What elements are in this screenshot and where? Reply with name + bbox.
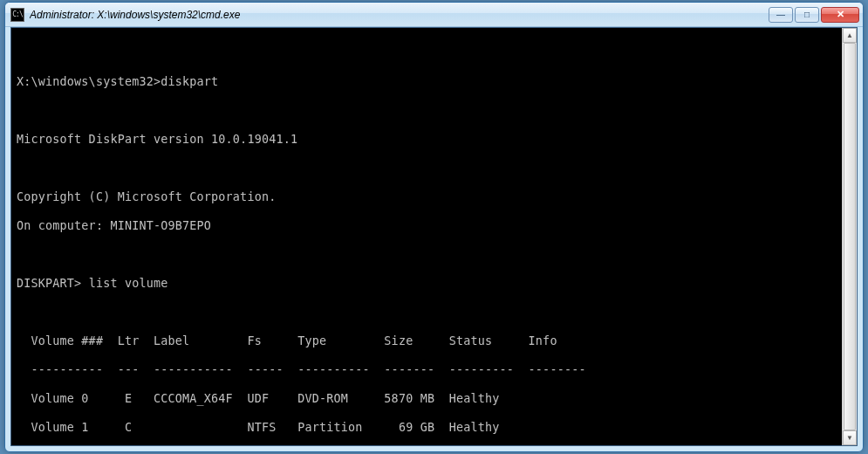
on-computer-line: On computer: MININT-O9B7EPO [17, 219, 837, 234]
scroll-down-button[interactable]: ▼ [843, 430, 857, 445]
maximize-icon: □ [804, 10, 810, 19]
window-title: Administrator: X:\windows\system32\cmd.e… [30, 9, 769, 21]
diskpart-version: Microsoft DiskPart version 10.0.19041.1 [17, 133, 837, 148]
close-icon: ✕ [837, 10, 844, 19]
client-area: X:\windows\system32>diskpart Microsoft D… [10, 27, 858, 446]
table-row: Volume 1 C NTFS Partition 69 GB Healthy [17, 421, 837, 436]
maximize-button[interactable]: □ [795, 7, 819, 23]
scroll-thumb[interactable] [844, 43, 856, 430]
table-divider: ---------- --- ----------- ----- -------… [17, 363, 837, 378]
cmd-list-volume: list volume [89, 277, 168, 290]
cmd-window: C:\ Administrator: X:\windows\system32\c… [4, 2, 864, 452]
table-row: Volume 0 E CCCOMA_X64F UDF DVD-ROM 5870 … [17, 392, 837, 407]
scroll-up-button[interactable]: ▲ [843, 28, 857, 43]
close-button[interactable]: ✕ [821, 7, 859, 23]
diskpart-prompt: DISKPART> [17, 277, 81, 290]
terminal-output[interactable]: X:\windows\system32>diskpart Microsoft D… [11, 28, 842, 445]
prompt: X:\windows\system32> [17, 75, 161, 88]
table-header: Volume ### Ltr Label Fs Type Size Status… [17, 334, 837, 349]
window-controls: — □ ✕ [769, 7, 859, 23]
cmd-icon: C:\ [10, 8, 24, 22]
vertical-scrollbar[interactable]: ▲ ▼ [842, 28, 857, 445]
copyright-line: Copyright (C) Microsoft Corporation. [17, 190, 837, 205]
minimize-button[interactable]: — [769, 7, 793, 23]
scroll-track[interactable] [843, 43, 857, 430]
minimize-icon: — [776, 10, 785, 19]
cmd-diskpart: diskpart [161, 75, 218, 88]
titlebar[interactable]: C:\ Administrator: X:\windows\system32\c… [5, 3, 863, 27]
